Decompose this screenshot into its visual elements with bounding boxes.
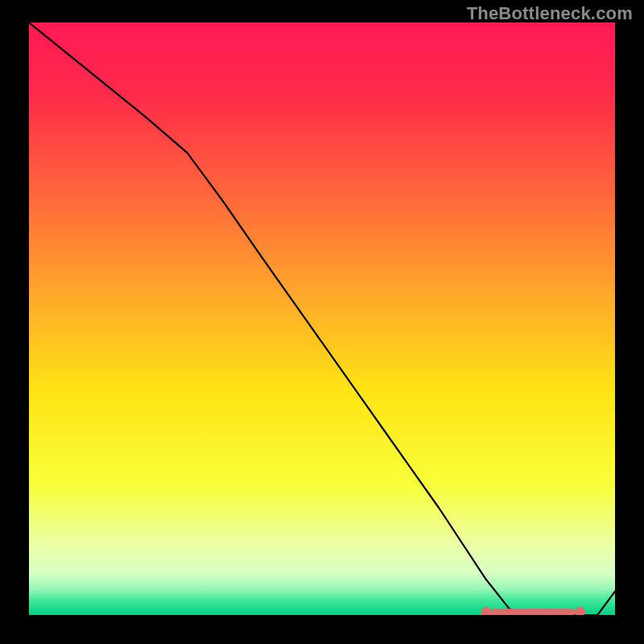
plot-area: [29, 23, 615, 615]
gradient-background: [29, 23, 615, 615]
chart-frame: TheBottleneck.com: [0, 0, 644, 644]
watermark-text: TheBottleneck.com: [467, 3, 633, 24]
chart-svg: [29, 23, 615, 615]
